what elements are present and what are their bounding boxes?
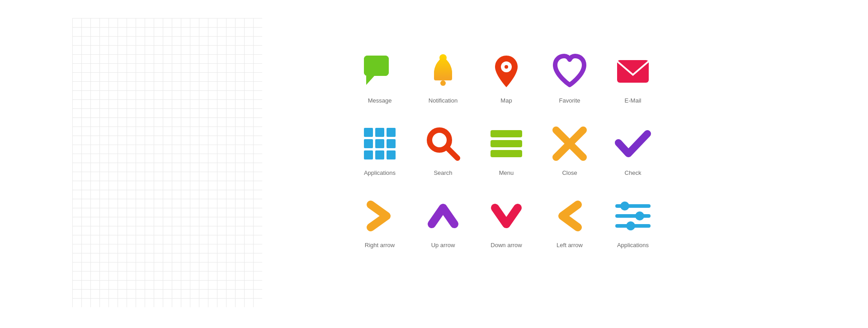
icons-grid: Message xyxy=(348,36,665,253)
left-arrow-icon xyxy=(549,196,590,236)
down-arrow-cell: Down arrow xyxy=(475,181,538,253)
applications2-label: Applications xyxy=(617,242,649,248)
notification-label: Notification xyxy=(429,97,458,104)
close-cell: Close xyxy=(538,108,601,181)
search-label: Search xyxy=(434,169,452,176)
check-cell: Check xyxy=(601,108,665,181)
check-label: Check xyxy=(625,169,642,176)
menu-cell: Menu xyxy=(475,108,538,181)
email-label: E-Mail xyxy=(625,97,642,104)
email-cell: E-Mail xyxy=(601,36,665,108)
svg-rect-25 xyxy=(491,150,522,157)
up-arrow-label: Up arrow xyxy=(431,242,455,248)
favorite-cell: Favorite xyxy=(538,36,601,108)
svg-rect-11 xyxy=(364,128,373,137)
close-label: Close xyxy=(562,169,577,176)
svg-rect-12 xyxy=(375,128,384,137)
map-cell: Map xyxy=(475,36,538,108)
up-arrow-icon xyxy=(423,196,463,236)
svg-point-5 xyxy=(440,80,446,86)
svg-rect-13 xyxy=(387,128,396,137)
applications2-icon xyxy=(613,196,653,236)
menu-icon xyxy=(486,123,527,164)
svg-point-8 xyxy=(505,65,508,69)
down-arrow-label: Down arrow xyxy=(491,242,522,248)
message-cell: Message xyxy=(348,36,411,108)
favorite-icon xyxy=(549,51,590,92)
svg-rect-23 xyxy=(491,130,522,137)
up-arrow-cell: Up arrow xyxy=(411,181,475,253)
map-label: Map xyxy=(500,97,512,104)
svg-rect-15 xyxy=(375,139,384,148)
left-arrow-cell: Left arrow xyxy=(538,181,601,253)
grid-background xyxy=(72,18,262,307)
down-arrow-icon xyxy=(486,196,527,236)
svg-point-29 xyxy=(620,201,629,211)
applications-cell: Applications xyxy=(348,108,411,181)
favorite-label: Favorite xyxy=(559,97,580,104)
notification-icon xyxy=(423,51,463,92)
applications2-cell: Applications xyxy=(601,181,665,253)
email-icon xyxy=(613,51,653,92)
right-arrow-cell: Right arrow xyxy=(348,181,411,253)
svg-point-22 xyxy=(434,135,445,145)
left-arrow-label: Left arrow xyxy=(557,242,583,248)
svg-rect-16 xyxy=(387,139,396,148)
svg-point-31 xyxy=(635,211,644,220)
svg-line-21 xyxy=(447,147,458,158)
search-cell: Search xyxy=(411,108,475,181)
notification-cell: Notification xyxy=(411,36,475,108)
svg-rect-24 xyxy=(491,140,522,147)
applications-label: Applications xyxy=(364,169,396,176)
check-icon xyxy=(613,123,653,164)
right-arrow-icon xyxy=(359,196,400,236)
right-arrow-label: Right arrow xyxy=(365,242,395,248)
menu-label: Menu xyxy=(499,169,514,176)
message-icon xyxy=(359,51,400,92)
svg-rect-9 xyxy=(617,60,649,83)
svg-rect-19 xyxy=(387,150,396,159)
message-label: Message xyxy=(368,97,392,104)
search-icon xyxy=(423,123,463,164)
svg-rect-3 xyxy=(367,59,386,73)
close-icon xyxy=(549,123,590,164)
svg-rect-14 xyxy=(364,139,373,148)
svg-marker-2 xyxy=(366,76,374,85)
svg-point-33 xyxy=(626,221,635,230)
svg-rect-18 xyxy=(375,150,384,159)
svg-rect-17 xyxy=(364,150,373,159)
applications-dots-icon xyxy=(359,123,400,164)
map-icon xyxy=(486,51,527,92)
